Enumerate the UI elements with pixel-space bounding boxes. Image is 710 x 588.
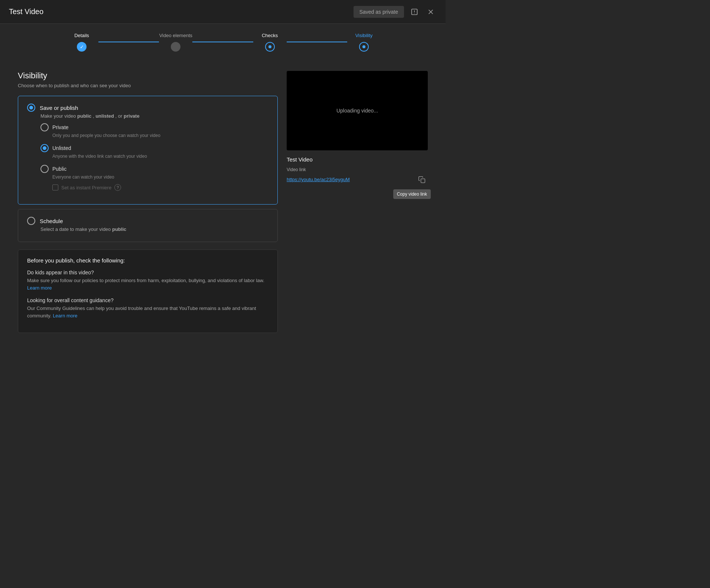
save-or-publish-card[interactable]: Save or publish Make your video public ,…: [18, 96, 278, 205]
right-panel: Uploading video... Test Video Video link…: [287, 71, 428, 333]
info-item-kids-text: Make sure you follow our policies to pro…: [27, 277, 268, 291]
step-details-label: Details: [74, 33, 89, 38]
learn-more-kids-link[interactable]: Learn more: [27, 285, 52, 291]
save-or-publish-desc: Make your video public , unlisted , or p…: [40, 113, 268, 119]
visibility-subtitle: Choose when to publish and who can see y…: [18, 83, 278, 88]
schedule-desc-bold: public: [112, 226, 126, 232]
stepper-inner: Details ✓ Video elements Checks Visibili…: [65, 33, 381, 52]
step-checks-circle: [265, 42, 275, 52]
alert-button[interactable]: [408, 6, 420, 18]
step-checks-dot: [268, 45, 271, 48]
connector-3: [287, 42, 347, 42]
schedule-title: Schedule: [40, 218, 63, 224]
sub-options: Private Only you and people you choose c…: [40, 123, 268, 191]
premiere-row: Set as instant Premiere ?: [52, 184, 268, 191]
video-preview: Uploading video...: [287, 71, 428, 150]
unlisted-option[interactable]: Unlisted Anyone with the video link can …: [40, 144, 268, 159]
step-visibility-circle: [359, 42, 369, 52]
save-or-publish-radio[interactable]: [27, 104, 35, 112]
info-box: Before you publish, check the following:…: [18, 249, 278, 333]
desc-bold3: private: [124, 113, 140, 119]
connector-2: [192, 42, 253, 42]
desc-sep2: , or: [115, 113, 124, 119]
private-desc: Only you and people you choose can watch…: [52, 133, 268, 138]
step-video-elements-circle: [171, 42, 180, 52]
step-visibility-dot: [362, 45, 365, 48]
stepper: Details ✓ Video elements Checks Visibili…: [0, 24, 446, 62]
info-item-kids-body: Make sure you follow our policies to pro…: [27, 278, 264, 283]
info-item-kids: Do kids appear in this video? Make sure …: [27, 270, 268, 291]
unlisted-desc: Anyone with the video link can watch you…: [52, 154, 268, 159]
schedule-radio[interactable]: [27, 217, 35, 225]
unlisted-radio[interactable]: [40, 144, 49, 152]
svg-rect-5: [421, 179, 425, 183]
video-link-label: Video link: [287, 167, 428, 172]
video-link-url[interactable]: https://youtu.be/ac23i5eyguM: [287, 177, 350, 182]
step-checks[interactable]: Checks: [253, 33, 287, 52]
public-label: Public: [52, 166, 66, 172]
desc-bold2: unlisted: [95, 113, 114, 119]
private-label: Private: [52, 124, 69, 130]
step-checks-label: Checks: [262, 33, 278, 38]
info-item-guidance-title: Looking for overall content guidance?: [27, 297, 268, 303]
header: Test Video Saved as private: [0, 0, 446, 24]
public-radio[interactable]: [40, 165, 49, 173]
schedule-header: Schedule: [27, 217, 268, 225]
main-content: Visibility Choose when to publish and wh…: [0, 62, 446, 342]
learn-more-guidance-link[interactable]: Learn more: [53, 313, 77, 318]
left-panel: Visibility Choose when to publish and wh…: [18, 71, 278, 333]
public-option[interactable]: Public Everyone can watch your video Set…: [40, 165, 268, 191]
help-text: ?: [117, 185, 119, 190]
radio-inner: [29, 106, 33, 110]
save-or-publish-title: Save or publish: [40, 105, 78, 111]
connector-1: [98, 42, 159, 42]
unlisted-label: Unlisted: [52, 145, 71, 151]
private-header: Private: [40, 123, 268, 131]
info-item-guidance-text: Our Community Guidelines can help you av…: [27, 305, 268, 319]
copy-link-button[interactable]: Copy video link: [416, 174, 428, 186]
step-video-elements-label: Video elements: [159, 33, 192, 38]
desc-bold1: public: [77, 113, 91, 119]
header-title: Test Video: [9, 7, 43, 16]
private-option[interactable]: Private Only you and people you choose c…: [40, 123, 268, 138]
premiere-help-icon[interactable]: ?: [114, 184, 121, 191]
schedule-card[interactable]: Schedule Select a date to make your vide…: [18, 209, 278, 242]
step-video-elements[interactable]: Video elements: [159, 33, 192, 52]
premiere-checkbox[interactable]: [52, 184, 58, 190]
close-button[interactable]: [425, 6, 437, 18]
schedule-desc-prefix: Select a date to make your video: [40, 226, 112, 232]
info-item-guidance: Looking for overall content guidance? Ou…: [27, 297, 268, 319]
copy-tooltip: Copy video link: [393, 189, 431, 199]
saved-badge: Saved as private: [354, 6, 404, 18]
premiere-label: Set as instant Premiere: [61, 185, 111, 190]
unlisted-header: Unlisted: [40, 144, 268, 152]
video-title: Test Video: [287, 156, 428, 163]
copy-icon: [418, 176, 426, 183]
save-or-publish-header: Save or publish: [27, 104, 268, 112]
schedule-desc: Select a date to make your video public: [40, 226, 268, 232]
info-item-kids-title: Do kids appear in this video?: [27, 270, 268, 275]
desc-prefix: Make your video: [40, 113, 77, 119]
public-header: Public: [40, 165, 268, 173]
uploading-text: Uploading video...: [336, 108, 378, 114]
checkmark-icon: ✓: [80, 44, 84, 50]
visibility-title: Visibility: [18, 71, 278, 81]
video-link-row: https://youtu.be/ac23i5eyguM Copy video …: [287, 174, 428, 186]
public-desc: Everyone can watch your video: [52, 174, 268, 180]
step-details-circle: ✓: [77, 42, 87, 52]
step-visibility-label: Visibility: [355, 33, 373, 38]
info-box-title: Before you publish, check the following:: [27, 257, 268, 264]
unlisted-radio-inner: [43, 146, 46, 150]
step-visibility[interactable]: Visibility: [347, 33, 381, 52]
header-actions: Saved as private: [354, 6, 437, 18]
private-radio[interactable]: [40, 123, 49, 131]
step-details[interactable]: Details ✓: [65, 33, 98, 52]
